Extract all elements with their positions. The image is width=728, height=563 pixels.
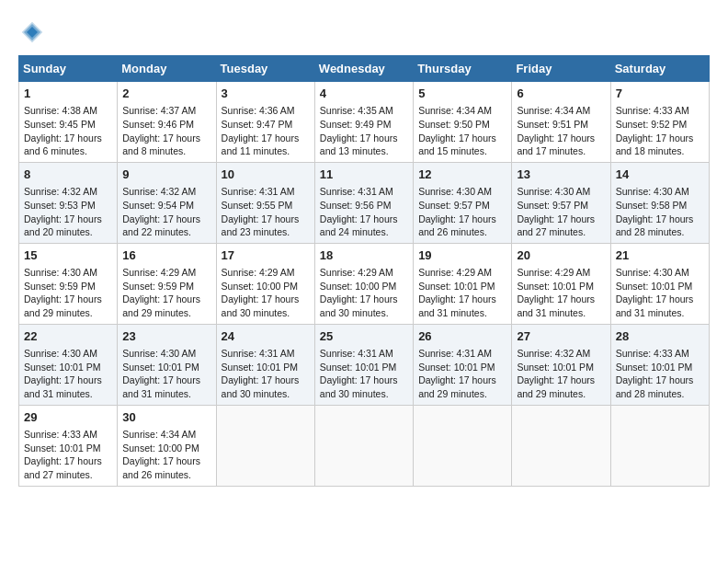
daylight-text: Daylight: 17 hours and 13 minutes.: [320, 132, 398, 157]
day-number: 29: [24, 409, 112, 426]
calendar-cell: 27Sunrise: 4:32 AMSunset: 10:01 PMDaylig…: [512, 324, 610, 405]
day-number: 26: [418, 328, 506, 345]
day-number: 18: [320, 247, 408, 264]
sunrise-text: Sunrise: 4:29 AM: [222, 267, 295, 278]
sunset-text: Sunset: 10:01 PM: [616, 281, 692, 292]
sunset-text: Sunset: 9:50 PM: [418, 119, 490, 130]
day-number: 7: [616, 86, 704, 102]
day-of-week-header: Saturday: [610, 56, 709, 82]
sunrise-text: Sunrise: 4:33 AM: [616, 348, 689, 359]
sunrise-text: Sunrise: 4:30 AM: [616, 186, 689, 197]
daylight-text: Daylight: 17 hours and 27 minutes.: [517, 213, 595, 238]
day-number: 19: [418, 247, 506, 264]
daylight-text: Daylight: 17 hours and 26 minutes.: [418, 213, 496, 238]
calendar-cell: [512, 405, 610, 486]
sunset-text: Sunset: 9:59 PM: [122, 281, 194, 292]
sunrise-text: Sunrise: 4:31 AM: [320, 348, 393, 359]
daylight-text: Daylight: 17 hours and 15 minutes.: [418, 132, 496, 157]
sunrise-text: Sunrise: 4:32 AM: [24, 186, 97, 197]
daylight-text: Daylight: 17 hours and 17 minutes.: [517, 132, 595, 157]
calendar-cell: 25Sunrise: 4:31 AMSunset: 10:01 PMDaylig…: [314, 324, 413, 405]
calendar-cell: 8Sunrise: 4:32 AMSunset: 9:53 PMDaylight…: [19, 162, 118, 243]
day-number: 9: [122, 167, 210, 183]
sunset-text: Sunset: 10:01 PM: [122, 362, 199, 373]
calendar-cell: 7Sunrise: 4:33 AMSunset: 9:52 PMDaylight…: [610, 82, 709, 163]
daylight-text: Daylight: 17 hours and 29 minutes.: [24, 293, 102, 318]
sunset-text: Sunset: 10:01 PM: [320, 362, 396, 373]
day-number: 2: [122, 86, 210, 102]
calendar-cell: 23Sunrise: 4:30 AMSunset: 10:01 PMDaylig…: [118, 324, 216, 405]
sunset-text: Sunset: 9:49 PM: [320, 119, 392, 130]
daylight-text: Daylight: 17 hours and 31 minutes.: [24, 374, 102, 399]
logo: [18, 18, 50, 46]
calendar-cell: 5Sunrise: 4:34 AMSunset: 9:50 PMDaylight…: [414, 82, 512, 163]
day-number: 12: [418, 167, 506, 183]
daylight-text: Daylight: 17 hours and 27 minutes.: [24, 455, 102, 480]
sunrise-text: Sunrise: 4:32 AM: [517, 348, 590, 359]
day-number: 22: [24, 328, 112, 345]
sunrise-text: Sunrise: 4:33 AM: [24, 429, 97, 440]
sunrise-text: Sunrise: 4:29 AM: [320, 267, 393, 278]
daylight-text: Daylight: 17 hours and 31 minutes.: [418, 293, 496, 318]
sunrise-text: Sunrise: 4:38 AM: [24, 105, 97, 116]
calendar-cell: 9Sunrise: 4:32 AMSunset: 9:54 PMDaylight…: [118, 162, 216, 243]
sunset-text: Sunset: 10:01 PM: [418, 362, 495, 373]
calendar-cell: 17Sunrise: 4:29 AMSunset: 10:00 PMDaylig…: [216, 243, 314, 324]
sunrise-text: Sunrise: 4:31 AM: [222, 186, 295, 197]
sunset-text: Sunset: 10:01 PM: [418, 281, 495, 292]
day-number: 20: [517, 247, 605, 264]
day-of-week-header: Monday: [118, 56, 216, 82]
sunrise-text: Sunrise: 4:30 AM: [517, 186, 590, 197]
day-number: 8: [24, 167, 112, 183]
daylight-text: Daylight: 17 hours and 30 minutes.: [222, 374, 300, 399]
day-number: 24: [222, 328, 310, 345]
daylight-text: Daylight: 17 hours and 6 minutes.: [24, 132, 102, 157]
sunset-text: Sunset: 10:01 PM: [24, 362, 100, 373]
calendar-cell: 22Sunrise: 4:30 AMSunset: 10:01 PMDaylig…: [19, 324, 118, 405]
sunset-text: Sunset: 9:57 PM: [418, 200, 490, 211]
sunset-text: Sunset: 10:01 PM: [222, 362, 298, 373]
day-number: 14: [616, 167, 704, 183]
sunrise-text: Sunrise: 4:32 AM: [122, 186, 196, 197]
day-number: 16: [122, 247, 210, 264]
sunset-text: Sunset: 9:58 PM: [616, 200, 688, 211]
daylight-text: Daylight: 17 hours and 26 minutes.: [122, 455, 200, 480]
sunset-text: Sunset: 9:57 PM: [517, 200, 588, 211]
sunset-text: Sunset: 10:01 PM: [616, 362, 692, 373]
daylight-text: Daylight: 17 hours and 29 minutes.: [122, 293, 200, 318]
day-number: 13: [517, 167, 605, 183]
day-number: 10: [222, 167, 310, 183]
sunrise-text: Sunrise: 4:34 AM: [517, 105, 590, 116]
calendar-cell: 19Sunrise: 4:29 AMSunset: 10:01 PMDaylig…: [414, 243, 512, 324]
calendar-cell: 16Sunrise: 4:29 AMSunset: 9:59 PMDayligh…: [118, 243, 216, 324]
daylight-text: Daylight: 17 hours and 29 minutes.: [517, 374, 595, 399]
sunrise-text: Sunrise: 4:30 AM: [418, 186, 492, 197]
day-of-week-header: Sunday: [19, 56, 118, 82]
sunrise-text: Sunrise: 4:31 AM: [222, 348, 295, 359]
day-number: 17: [222, 247, 310, 264]
day-number: 4: [320, 86, 408, 102]
daylight-text: Daylight: 17 hours and 28 minutes.: [616, 213, 694, 238]
day-number: 27: [517, 328, 605, 345]
day-number: 15: [24, 247, 112, 264]
daylight-text: Daylight: 17 hours and 23 minutes.: [222, 213, 300, 238]
calendar-cell: [414, 405, 512, 486]
daylight-text: Daylight: 17 hours and 18 minutes.: [616, 132, 694, 157]
day-number: 21: [616, 247, 704, 264]
calendar-cell: 14Sunrise: 4:30 AMSunset: 9:58 PMDayligh…: [610, 162, 709, 243]
daylight-text: Daylight: 17 hours and 11 minutes.: [222, 132, 300, 157]
day-number: 23: [122, 328, 210, 345]
sunset-text: Sunset: 10:01 PM: [517, 281, 593, 292]
day-of-week-header: Wednesday: [314, 56, 413, 82]
daylight-text: Daylight: 17 hours and 31 minutes.: [616, 293, 694, 318]
sunset-text: Sunset: 10:01 PM: [517, 362, 593, 373]
daylight-text: Daylight: 17 hours and 30 minutes.: [222, 293, 300, 318]
sunrise-text: Sunrise: 4:30 AM: [24, 267, 97, 278]
daylight-text: Daylight: 17 hours and 30 minutes.: [320, 374, 398, 399]
sunrise-text: Sunrise: 4:30 AM: [122, 348, 196, 359]
sunset-text: Sunset: 9:55 PM: [222, 200, 293, 211]
sunrise-text: Sunrise: 4:31 AM: [418, 348, 492, 359]
sunset-text: Sunset: 9:53 PM: [24, 200, 96, 211]
day-number: 5: [418, 86, 506, 102]
sunset-text: Sunset: 10:01 PM: [24, 442, 100, 454]
